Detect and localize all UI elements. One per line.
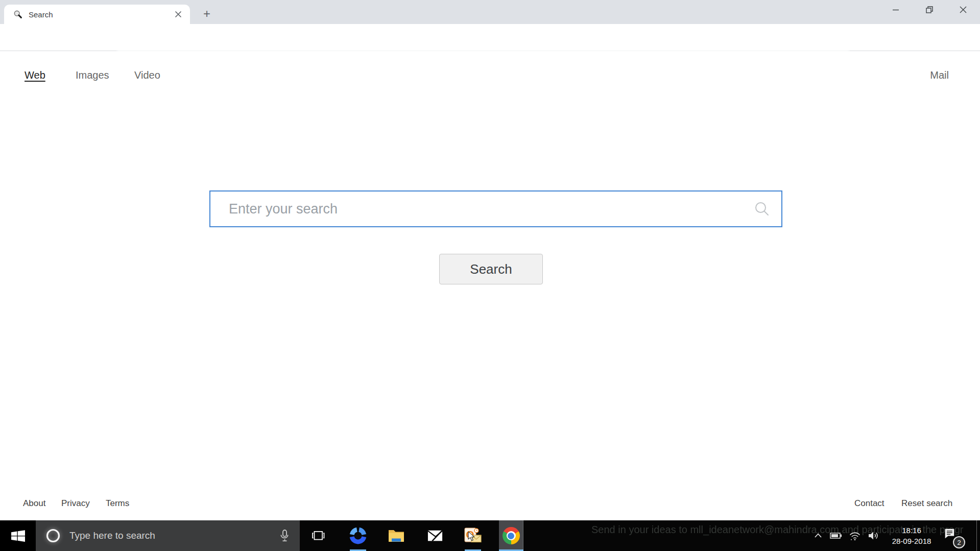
notification-badge: 2 xyxy=(953,536,965,548)
clock-date: 28-09-2018 xyxy=(880,536,943,546)
taskbar-app-chrome[interactable] xyxy=(499,520,523,551)
footer-link-contact[interactable]: Contact xyxy=(854,498,885,509)
windows-logo-icon xyxy=(11,529,25,543)
footer-link-reset-search[interactable]: Reset search xyxy=(901,498,952,509)
cortana-icon[interactable] xyxy=(45,528,61,544)
wifi-icon[interactable] xyxy=(848,520,862,551)
taskbar-search-input[interactable] xyxy=(69,530,278,541)
file-explorer-icon xyxy=(387,527,405,544)
browser-tab[interactable]: Search xyxy=(4,5,190,24)
browser-toolbar: Not secure go.adicococo.com G xyxy=(0,24,980,51)
window-close-button[interactable] xyxy=(946,0,980,19)
footer-link-terms[interactable]: Terms xyxy=(106,498,129,509)
taskbar-app-file-explorer[interactable] xyxy=(384,520,409,551)
task-view-button[interactable] xyxy=(306,520,330,551)
taskbar-clock[interactable]: 18:16 28-09-2018 xyxy=(880,525,943,546)
windows-taskbar: O Send in your ideas to mll_ideanetwork@… xyxy=(0,520,980,551)
nav-link-images[interactable]: Images xyxy=(76,69,109,81)
webpage: Web Images Video Mail Search About Priva… xyxy=(0,51,980,520)
chrome-icon xyxy=(503,527,520,544)
nav-link-video[interactable]: Video xyxy=(134,69,160,81)
search-input[interactable] xyxy=(210,191,754,226)
volume-icon[interactable] xyxy=(867,520,880,551)
tab-close-icon[interactable] xyxy=(174,10,183,19)
outlook-icon: O xyxy=(464,526,482,545)
footer-link-privacy[interactable]: Privacy xyxy=(61,498,90,509)
search-box xyxy=(209,190,782,227)
blue-suite-app-icon xyxy=(349,526,367,545)
window-minimize-button[interactable] xyxy=(879,0,913,19)
taskbar-app-outlook[interactable]: O xyxy=(461,520,485,551)
desktop-screen: Search + xyxy=(0,0,980,551)
show-desktop-button[interactable] xyxy=(976,520,980,551)
window-restore-button[interactable] xyxy=(913,0,946,19)
task-view-icon xyxy=(311,529,325,543)
new-tab-button[interactable]: + xyxy=(199,7,215,21)
battery-icon[interactable] xyxy=(829,520,843,551)
tab-favicon-magnifier-icon xyxy=(13,10,22,19)
nav-link-mail[interactable]: Mail xyxy=(930,69,949,81)
taskbar-search-box[interactable] xyxy=(36,520,300,551)
mail-icon xyxy=(426,528,444,543)
taskbar-app-mail[interactable] xyxy=(423,520,447,551)
taskbar-app-blue-suite[interactable] xyxy=(346,520,370,551)
tray-chevron-icon[interactable] xyxy=(813,520,823,551)
nav-link-web[interactable]: Web xyxy=(25,69,45,81)
search-magnifier-icon xyxy=(754,201,770,217)
clock-time: 18:16 xyxy=(880,525,943,536)
search-button[interactable]: Search xyxy=(439,254,543,284)
footer-link-about[interactable]: About xyxy=(23,498,45,509)
microphone-icon[interactable] xyxy=(278,529,291,542)
window-controls xyxy=(879,0,980,19)
start-button[interactable] xyxy=(0,520,36,551)
tab-title: Search xyxy=(29,10,174,19)
browser-tab-strip: Search + xyxy=(0,0,980,24)
